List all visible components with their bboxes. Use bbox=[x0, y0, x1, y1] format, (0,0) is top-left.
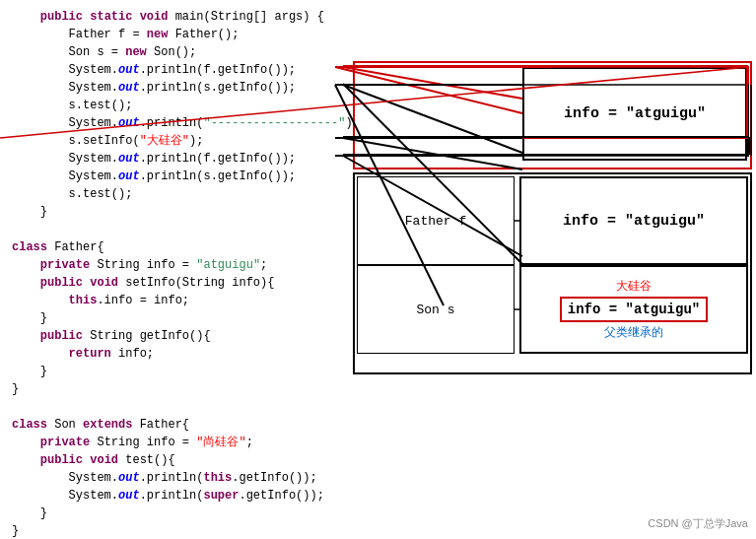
code-line-24: public void test(){ bbox=[12, 451, 515, 469]
code-line-26: System.out.println(super.getInfo()); bbox=[12, 487, 515, 505]
code-line-2: Father f = new Father(); bbox=[12, 26, 515, 43]
black-line-2 bbox=[335, 137, 522, 139]
code-line-blank2 bbox=[12, 398, 515, 416]
code-line-1: public static void main(String[] args) { bbox=[12, 8, 515, 26]
cn-dahugugu-text: 大硅谷 bbox=[616, 278, 652, 295]
father-info-box: info = "atguigu" bbox=[519, 176, 748, 265]
son-label: Son s bbox=[416, 303, 454, 317]
father-info-text: info = "atguigu" bbox=[563, 213, 705, 230]
black-line-3 bbox=[335, 155, 522, 157]
black-vert-line-1 bbox=[747, 84, 749, 157]
son-label-box: Son s bbox=[357, 265, 515, 354]
code-line-22: class Son extends Father{ bbox=[12, 416, 515, 434]
info-top-text: info = "atguigu" bbox=[564, 105, 706, 122]
son-subtext: 父类继承的 bbox=[604, 324, 663, 341]
father-label-box: Father f bbox=[357, 176, 515, 265]
father-label: Father f bbox=[405, 214, 466, 229]
code-line-3: Son s = new Son(); bbox=[12, 43, 515, 61]
son-info-inner-box: info = "atguigu" bbox=[560, 297, 708, 322]
code-line-28: } bbox=[12, 522, 515, 539]
black-line-1 bbox=[335, 84, 522, 86]
watermark: CSDN @丁总学Java bbox=[648, 516, 748, 531]
info-box-atguigu-top: info = "atguigu" bbox=[522, 67, 747, 161]
son-info-box: 大硅谷 info = "atguigu" 父类继承的 bbox=[519, 265, 748, 354]
code-line-21: } bbox=[12, 380, 515, 398]
code-line-27: } bbox=[12, 505, 515, 522]
code-line-23: private String info = "尚硅谷"; bbox=[12, 434, 515, 451]
main-container: public static void main(String[] args) {… bbox=[0, 0, 756, 539]
son-info-text: info = "atguigu" bbox=[568, 302, 700, 317]
red-line-1 bbox=[335, 66, 552, 68]
code-line-25: System.out.println(this.getInfo()); bbox=[12, 469, 515, 487]
